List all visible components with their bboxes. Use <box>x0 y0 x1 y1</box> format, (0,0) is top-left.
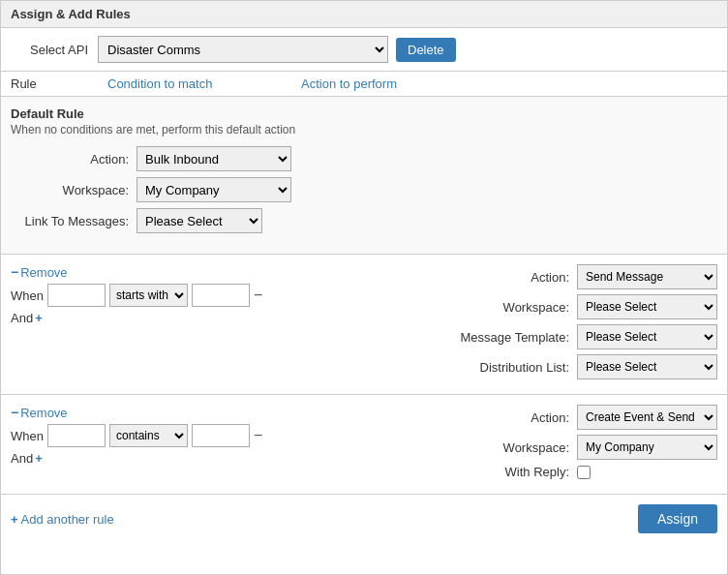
rule2-inner: − Remove When contains starts with equal… <box>11 405 717 484</box>
rule2-left: − Remove When contains starts with equal… <box>11 405 262 466</box>
rule1-left: − Remove When starts with contains equal… <box>11 264 262 325</box>
col-rule-label: Rule <box>11 76 107 91</box>
columns-row: Rule Condition to match Action to perfor… <box>1 72 727 97</box>
default-link-row: Link To Messages: Please Select <box>11 208 717 233</box>
add-rule-label[interactable]: Add another rule <box>21 512 114 527</box>
rule1-action-select[interactable]: Send Message <box>577 264 717 289</box>
rule1-workspace-select[interactable]: Please Select <box>577 294 717 319</box>
default-workspace-label: Workspace: <box>11 183 136 197</box>
rule2-and-row: And + <box>11 451 262 466</box>
default-workspace-select[interactable]: My Company <box>136 177 291 202</box>
rule1-action-row: Action: Send Message <box>441 264 717 289</box>
default-rule-title: Default Rule <box>11 106 717 121</box>
rule2-row-minus-icon[interactable]: − <box>254 428 262 443</box>
rule1-msg-template-select[interactable]: Please Select <box>577 324 717 349</box>
rule1-dist-list-select[interactable]: Please Select <box>577 354 717 379</box>
default-rule-subtitle: When no conditions are met, perform this… <box>11 123 717 136</box>
rule1-dist-list-label: Distribution List: <box>441 360 577 375</box>
rule2-when-row: When contains starts with equals − <box>11 424 262 447</box>
rule1-remove-label[interactable]: Remove <box>20 265 67 280</box>
rule2-workspace-select[interactable]: My Company <box>577 435 717 460</box>
rule2-right: Action: Create Event & Send Workspace: M… <box>441 405 717 484</box>
rule2-minus-icon: − <box>11 405 18 420</box>
add-rule-link[interactable]: + Add another rule <box>11 512 114 527</box>
rule2-action-label: Action: <box>441 410 577 425</box>
rule2-with-reply-row: With Reply: <box>441 465 591 479</box>
add-rule-plus-icon: + <box>11 512 18 527</box>
rule2-with-reply-label: With Reply: <box>441 465 577 479</box>
default-link-select[interactable]: Please Select <box>136 208 262 233</box>
rule2-block: − Remove When contains starts with equal… <box>1 395 727 495</box>
rule1-right: Action: Send Message Workspace: Please S… <box>441 264 717 384</box>
rule1-when-label: When <box>11 288 44 303</box>
select-api-label: Select API <box>11 43 88 57</box>
rule1-minus-icon: − <box>11 264 18 280</box>
rule2-when-input[interactable] <box>47 424 106 447</box>
rule1-msg-template-row: Message Template: Please Select <box>441 324 717 349</box>
rule1-workspace-row: Workspace: Please Select <box>441 294 717 319</box>
col-action-label: Action to perform <box>301 76 495 91</box>
rule2-and-label: And <box>11 451 33 466</box>
rule2-with-reply-checkbox[interactable] <box>577 466 591 479</box>
rule2-workspace-row: Workspace: My Company <box>441 435 717 460</box>
default-rule-section: Default Rule When no conditions are met,… <box>1 97 727 255</box>
rule1-and-row: And + <box>11 311 262 325</box>
rule1-msg-template-label: Message Template: <box>441 330 577 345</box>
rule2-action-select[interactable]: Create Event & Send <box>577 405 717 430</box>
assign-button[interactable]: Assign <box>638 504 717 533</box>
default-action-label: Action: <box>11 152 136 166</box>
rule1-workspace-label: Workspace: <box>441 300 577 315</box>
rule1-dist-list-row: Distribution List: Please Select <box>441 354 717 379</box>
delete-button[interactable]: Delete <box>396 38 456 62</box>
col-condition-label: Condition to match <box>107 76 301 91</box>
header-row: Select API Disaster Comms Delete <box>1 28 727 72</box>
rule2-value-input[interactable] <box>192 424 250 447</box>
default-link-label: Link To Messages: <box>11 214 136 228</box>
rule2-when-label: When <box>11 429 44 443</box>
rule2-condition-select[interactable]: contains starts with equals <box>109 424 188 447</box>
rule2-remove-link[interactable]: − Remove <box>11 405 262 420</box>
rule1-action-label: Action: <box>441 270 577 285</box>
rule1-inner: − Remove When starts with contains equal… <box>11 264 717 384</box>
rule1-value-input[interactable] <box>192 284 250 307</box>
rule1-remove-link[interactable]: − Remove <box>11 264 262 280</box>
default-action-select[interactable]: Bulk Inbound <box>136 146 291 171</box>
select-api-dropdown[interactable]: Disaster Comms <box>98 36 388 63</box>
rule1-condition-select[interactable]: starts with contains equals <box>109 284 188 307</box>
rule1-and-plus-icon[interactable]: + <box>35 311 43 325</box>
rule1-block: − Remove When starts with contains equal… <box>1 255 727 395</box>
default-action-row: Action: Bulk Inbound <box>11 146 717 171</box>
footer-row: + Add another rule Assign <box>1 495 727 543</box>
rule1-when-row: When starts with contains equals − <box>11 284 262 307</box>
rule1-when-input[interactable] <box>47 284 106 307</box>
panel-title: Assign & Add Rules <box>1 1 727 28</box>
rule1-and-label: And <box>11 311 33 325</box>
rule2-and-plus-icon[interactable]: + <box>35 451 43 466</box>
rule2-workspace-label: Workspace: <box>441 440 577 455</box>
rule1-row-minus-icon[interactable]: − <box>254 288 262 303</box>
rule2-action-row: Action: Create Event & Send <box>441 405 717 430</box>
default-workspace-row: Workspace: My Company <box>11 177 717 202</box>
rule2-remove-label[interactable]: Remove <box>20 406 67 420</box>
